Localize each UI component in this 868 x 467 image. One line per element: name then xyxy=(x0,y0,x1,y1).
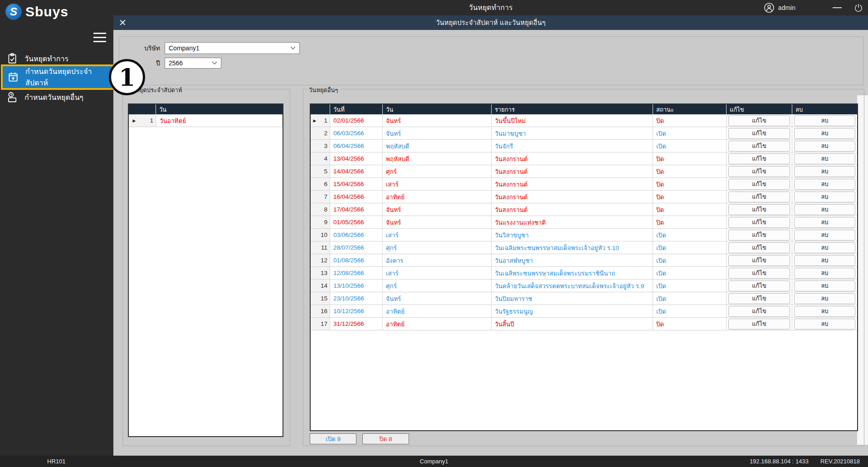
day-cell: อังคาร xyxy=(383,254,492,266)
power-icon[interactable] xyxy=(853,3,863,13)
company-label: บริษัท xyxy=(119,43,165,53)
edit-button[interactable]: แก้ไข xyxy=(728,268,790,279)
day-cell: เสาร์ xyxy=(383,178,492,190)
closed-count-button[interactable]: ปิด 8 xyxy=(362,433,409,444)
row-marker-cell xyxy=(311,267,319,279)
edit-button[interactable]: แก้ไข xyxy=(728,280,790,291)
description-cell: วันปิยมหาราช xyxy=(492,292,653,305)
row-marker-cell xyxy=(311,280,319,292)
delete-button[interactable]: ลบ xyxy=(794,166,855,177)
close-icon[interactable]: ✕ xyxy=(119,15,127,30)
hamburger-menu-icon[interactable] xyxy=(93,33,106,45)
description-cell: วันวิสาขบูชา xyxy=(492,229,653,241)
edit-cell: แก้ไข xyxy=(727,305,792,317)
delete-button[interactable]: ลบ xyxy=(794,179,855,190)
title-bar-controls: admin xyxy=(764,0,868,15)
day-cell: อาทิตย์ xyxy=(383,318,492,330)
day-cell: จันทร์ xyxy=(383,216,492,228)
delete-button[interactable]: ลบ xyxy=(794,268,855,279)
header-day: วัน xyxy=(156,104,283,114)
edit-button[interactable]: แก้ไข xyxy=(728,166,790,177)
row-number-cell: 17 xyxy=(319,318,330,330)
delete-button[interactable]: ลบ xyxy=(794,255,855,266)
company-select[interactable]: Company1 xyxy=(165,42,300,54)
year-select[interactable]: 2566 xyxy=(165,58,221,69)
edit-button[interactable]: แก้ไข xyxy=(728,217,790,228)
delete-button[interactable]: ลบ xyxy=(794,217,855,228)
row-marker-cell xyxy=(311,191,319,203)
delete-button[interactable]: ลบ xyxy=(794,230,855,241)
delete-button[interactable]: ลบ xyxy=(794,319,855,329)
edit-button[interactable]: แก้ไข xyxy=(728,204,790,215)
status-cell: เปิด xyxy=(653,140,727,152)
date-cell: 13/04/2566 xyxy=(330,152,383,165)
day-cell: อาทิตย์ xyxy=(383,191,492,203)
edit-button[interactable]: แก้ไข xyxy=(728,141,790,152)
other-holidays-table: วันที่ วัน รายการ สถานะ แก้ไข ลบ ▶102/01… xyxy=(310,103,858,431)
date-cell: 01/08/2566 xyxy=(330,254,383,266)
delete-button[interactable]: ลบ xyxy=(794,153,855,164)
row-number-cell: 7 xyxy=(319,191,330,203)
edit-button[interactable]: แก้ไข xyxy=(728,255,790,266)
delete-cell: ลบ xyxy=(792,191,857,203)
table-row: ▶1วันอาทิตย์ xyxy=(129,114,283,127)
user-menu[interactable]: admin xyxy=(764,2,795,13)
status-cell: เปิด xyxy=(653,267,727,279)
delete-button[interactable]: ลบ xyxy=(794,293,855,304)
description-cell: วันเฉลิพระชนพรรษาสมเด็จพระบรมราชินีนาถ xyxy=(492,267,653,279)
edit-button[interactable]: แก้ไข xyxy=(728,242,790,253)
row-number-cell: 1 xyxy=(319,114,330,127)
edit-cell: แก้ไข xyxy=(727,292,792,305)
row-number-cell: 8 xyxy=(319,203,330,216)
delete-button[interactable]: ลบ xyxy=(794,192,855,202)
edit-button[interactable]: แก้ไข xyxy=(728,128,790,139)
status-cell: ปิด xyxy=(653,216,727,228)
table-header-row: วันที่ วัน รายการ สถานะ แก้ไข ลบ xyxy=(311,104,857,114)
delete-button[interactable]: ลบ xyxy=(794,128,855,139)
footer-right: 192.168.88.104 : 1433 REV.20210818 xyxy=(750,458,860,465)
day-cell: จันทร์ xyxy=(383,114,492,127)
edit-button[interactable]: แก้ไข xyxy=(728,306,790,317)
day-cell: ศุกร์ xyxy=(383,165,492,177)
delete-button[interactable]: ลบ xyxy=(794,306,855,317)
row-number-cell: 3 xyxy=(319,140,330,152)
table-row: ▶102/01/2566จันทร์วันขึ้นปีใหม่ปิดแก้ไขล… xyxy=(311,114,857,127)
row-number-cell: 5 xyxy=(319,165,330,177)
date-cell: 23/10/2566 xyxy=(330,292,383,305)
row-marker-cell xyxy=(311,178,319,190)
description-cell: วันแรงงานแห่งชาติ xyxy=(492,216,653,228)
delete-button[interactable]: ลบ xyxy=(794,242,855,253)
delete-cell: ลบ xyxy=(792,140,857,152)
open-count-button[interactable]: เปิด 9 xyxy=(310,433,356,444)
title-bar: วันหยุดทำการ admin xyxy=(0,0,868,15)
delete-button[interactable]: ลบ xyxy=(794,280,855,291)
edit-button[interactable]: แก้ไข xyxy=(728,179,790,190)
edit-button[interactable]: แก้ไข xyxy=(728,319,790,329)
edit-button[interactable]: แก้ไข xyxy=(728,192,790,202)
panel-title: วันหยุดประจำสัปดาห์ และวันหยุดอื่นๆ xyxy=(113,15,868,30)
header-day: วัน xyxy=(383,104,492,114)
edit-cell: แก้ไข xyxy=(727,280,792,292)
edit-button[interactable]: แก้ไข xyxy=(728,153,790,164)
edit-cell: แก้ไข xyxy=(727,152,792,165)
description-cell: วันจักรี xyxy=(492,140,653,152)
date-cell: 14/04/2566 xyxy=(330,165,383,177)
delete-cell: ลบ xyxy=(792,114,857,127)
edit-button[interactable]: แก้ไข xyxy=(728,293,790,304)
status-cell: เปิด xyxy=(653,127,727,139)
weekly-day-cell: วันอาทิตย์ xyxy=(156,114,283,127)
sidebar-item-other-holiday[interactable]: กำหนดวันหยุดอื่นๆ xyxy=(0,89,113,105)
delete-cell: ลบ xyxy=(792,292,857,305)
delete-cell: ลบ xyxy=(792,216,857,228)
delete-button[interactable]: ลบ xyxy=(794,204,855,215)
table-row: 716/04/2566อาทิตย์วันสงกรานต์ปิดแก้ไขลบ xyxy=(311,191,857,203)
date-cell: 10/12/2566 xyxy=(330,305,383,317)
description-cell: วันรัฐธรรมนูญ xyxy=(492,305,653,317)
status-cell: ปิด xyxy=(653,191,727,203)
minimize-icon[interactable] xyxy=(833,7,842,8)
edit-button[interactable]: แก้ไข xyxy=(728,115,790,126)
sidebar-item-weekly-holiday[interactable]: กำหนดวันหยุดประจำสัปดาห์ xyxy=(3,66,112,88)
delete-button[interactable]: ลบ xyxy=(794,115,855,126)
delete-button[interactable]: ลบ xyxy=(794,141,855,152)
edit-button[interactable]: แก้ไข xyxy=(728,230,790,241)
